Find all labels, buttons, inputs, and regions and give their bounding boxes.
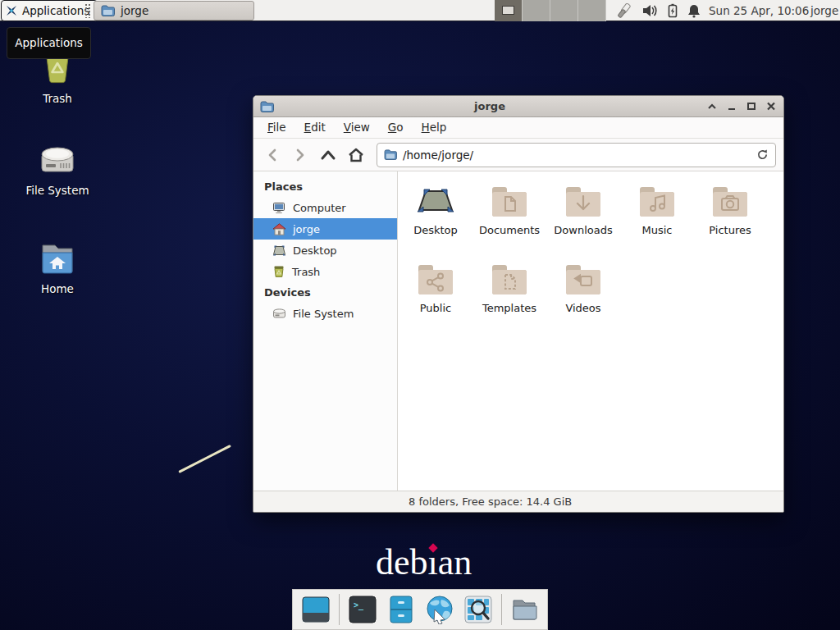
sidebar-item-file-system[interactable]: File System [253,303,397,324]
file-grid: Desktop Documents Downloads [398,171,783,491]
panel-drag-handle[interactable] [84,3,92,18]
file-label: Templates [472,302,546,314]
file-label: Videos [546,302,620,314]
file-desktop[interactable]: Desktop [399,185,472,236]
refresh-icon[interactable] [756,148,769,161]
window-folder-icon [260,101,274,112]
svg-text:>_: >_ [354,600,364,610]
workspace-2[interactable] [523,0,550,21]
drive-icon [272,308,286,320]
titlebar[interactable]: jorge [253,96,783,117]
volume-icon[interactable] [641,3,658,18]
window-title: jorge [274,100,705,112]
desktop-folder-icon [416,185,455,219]
battery-icon[interactable] [664,3,681,18]
sidebar-item-desktop[interactable]: Desktop [253,240,397,261]
documents-folder-icon [490,185,529,219]
panel-username[interactable]: jorge [810,0,838,21]
file-pictures[interactable]: Pictures [693,185,767,236]
terminal-icon: >_ [348,595,377,624]
back-button[interactable] [260,143,285,167]
sidebar-item-trash[interactable]: Trash [253,261,397,282]
path-input[interactable]: /home/jorge/ [403,148,751,162]
file-public[interactable]: Public [399,262,472,314]
web-browser-button[interactable] [424,594,455,625]
pictures-folder-icon [710,185,750,219]
drive-icon [38,143,77,177]
show-desktop-button[interactable] [300,594,331,625]
file-label: Documents [472,224,546,236]
terminal-button[interactable]: >_ [347,594,378,625]
path-bar[interactable]: /home/jorge/ [377,143,776,167]
top-panel: Applications jorge Sun 25 Apr, 10:06 jor… [0,0,840,21]
file-cabinet-button[interactable] [386,594,417,625]
application-finder-button[interactable] [463,594,494,625]
xfce-logo-icon [5,4,18,17]
desktop-icon-label: File System [15,184,100,197]
music-folder-icon [637,185,677,219]
home-button[interactable] [344,143,368,167]
folder-icon [101,5,115,16]
file-label: Downloads [546,224,620,236]
maximize-button[interactable] [745,100,757,112]
menu-edit[interactable]: Edit [295,117,335,138]
desktop-icon-label: Trash [15,92,100,105]
file-templates[interactable]: Templates [472,262,546,314]
dock-folder-button[interactable] [509,594,541,625]
public-folder-icon [416,262,455,297]
file-videos[interactable]: Videos [546,262,620,314]
panel-clock[interactable]: Sun 25 Apr, 10:06 [709,0,809,21]
file-manager-window: jorge File Edit View Go Help [253,95,784,513]
menu-view[interactable]: View [335,117,379,138]
file-documents[interactable]: Documents [472,185,546,236]
window-body: Places Computer jorge [253,171,783,491]
menubar: File Edit View Go Help [253,117,783,139]
bottom-dock: >_ [292,589,548,630]
file-label: Pictures [693,224,767,236]
sidebar-item-computer[interactable]: Computer [253,197,397,218]
tool-icon[interactable] [615,3,632,18]
workspace-1[interactable] [495,0,523,21]
desktop-icon-home[interactable]: Home [15,240,100,295]
sidebar-item-label: File System [293,308,354,320]
forward-button[interactable] [288,143,313,167]
desktop-icon-file-system[interactable]: File System [15,143,100,197]
workspace-3[interactable] [550,0,578,21]
sidebar: Places Computer jorge [253,171,398,491]
dock-separator [339,594,340,625]
shade-button[interactable] [705,100,718,112]
sidebar-header-places: Places [253,176,397,197]
videos-folder-icon [564,262,603,297]
sidebar-header-devices: Devices [253,282,397,303]
trash-icon [272,265,285,278]
minimize-button[interactable] [725,100,737,112]
user-home-icon [272,223,286,235]
workspace-4[interactable] [578,0,606,21]
home-folder-icon [39,240,76,276]
taskbar-window-label: jorge [121,4,148,17]
file-label: Public [399,302,472,314]
show-desktop-icon [301,595,331,624]
sidebar-item-label: jorge [293,223,320,235]
sidebar-item-label: Computer [293,202,346,214]
computer-icon [272,202,286,214]
status-bar: 8 folders, Free space: 14.4 GiB [253,491,783,512]
folder-icon [510,595,540,624]
sidebar-item-label: Desktop [293,244,337,257]
file-music[interactable]: Music [620,185,694,236]
close-button[interactable] [765,100,777,112]
sidebar-item-jorge[interactable]: jorge [253,218,397,240]
file-downloads[interactable]: Downloads [546,185,620,236]
up-button[interactable] [316,143,340,167]
templates-folder-icon [490,262,529,297]
menu-file[interactable]: File [258,117,295,138]
notifications-bell-icon[interactable] [686,3,702,18]
menu-help[interactable]: Help [413,117,456,138]
menu-go[interactable]: Go [379,117,413,138]
applications-menu-button[interactable]: Applications [1,0,98,21]
desktop-icon-label: Home [15,282,100,295]
downloads-folder-icon [564,185,603,219]
taskbar-window-button[interactable]: jorge [94,1,254,21]
debian-logo-part: deb [376,542,428,582]
path-folder-icon [384,149,397,160]
